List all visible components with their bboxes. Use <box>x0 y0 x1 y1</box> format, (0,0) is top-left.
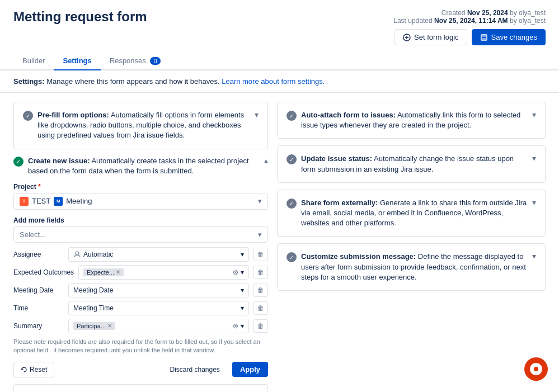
customize-message-card: ✓ Customize submission message: Define t… <box>277 243 546 291</box>
discard-changes-button[interactable]: Discard changes <box>163 362 226 377</box>
meeting-date-select[interactable]: Meeting Date <box>68 283 249 297</box>
project-select-chevron-icon <box>258 197 262 205</box>
expected-outcomes-row: Expected Outcomes Expecte... ✕ ⊗ <box>13 265 268 280</box>
reset-button[interactable]: Reset <box>13 362 54 377</box>
updated-label: Last updated <box>393 17 432 25</box>
summary-delete-button[interactable]: 🗑 <box>253 319 268 333</box>
set-form-logic-button[interactable]: Set form logic <box>394 29 467 45</box>
customize-message-chevron-icon[interactable] <box>532 252 536 261</box>
apply-button[interactable]: Apply <box>232 362 268 377</box>
created-date: Nov 25, 2024 <box>467 9 508 17</box>
assignee-row: Assignee Automatic 🗑 <box>13 247 268 262</box>
tab-builder[interactable]: Builder <box>13 52 54 70</box>
prefill-card-header: ✓ Pre-fill form options: Automatically f… <box>23 110 259 141</box>
prefill-chevron-icon[interactable] <box>255 110 259 119</box>
share-form-card: ✓ Share form externally: Generate a link… <box>277 190 546 237</box>
toolbar: Set form logic Save changes <box>0 25 559 45</box>
select-placeholder: Select... <box>20 230 46 239</box>
tabs-bar: Builder Settings Responses 0 <box>0 45 559 70</box>
expected-outcomes-tag-close[interactable]: ✕ <box>116 269 120 275</box>
tab-settings[interactable]: Settings <box>54 52 100 70</box>
update-status-card-header: ✓ Update issue status: Automatically cha… <box>286 154 536 174</box>
auto-attach-chevron-icon[interactable] <box>532 110 536 119</box>
update-issue-card: ✓ Update existing issue fields: Map form… <box>13 384 268 392</box>
left-panel: ✓ Pre-fill form options: Automatically f… <box>13 102 268 392</box>
card-footer: Reset Discard changes Apply <box>13 362 268 377</box>
project-field-section: Project * T TEST M Meeting <box>13 183 268 210</box>
update-status-card: ✓ Update issue status: Automatically cha… <box>277 145 546 182</box>
meeting-date-label: Meeting Date <box>13 286 64 294</box>
summary-select[interactable]: Participa... ✕ ⊗ <box>68 319 249 333</box>
time-row: Time Meeting Time 🗑 <box>13 301 268 315</box>
expected-outcomes-select[interactable]: Expecte... ✕ ⊗ <box>78 265 249 280</box>
time-value: Meeting Time <box>73 304 114 312</box>
summary-clear-icon[interactable]: ⊗ <box>233 322 238 330</box>
header-meta: Created Nov 25, 2024 by olya_test Last u… <box>393 9 546 25</box>
summary-row: Summary Participa... ✕ ⊗ <box>13 319 268 333</box>
reset-icon <box>21 366 27 373</box>
add-fields-section: Add more fields Select... <box>13 216 268 243</box>
add-fields-select[interactable]: Select... <box>13 226 268 243</box>
create-issue-card-title: Create new issue: Automatically create t… <box>28 156 260 176</box>
add-fields-label: Add more fields <box>13 216 268 224</box>
user-icon <box>73 251 81 258</box>
time-chevron-icon <box>241 304 244 312</box>
summary-tag-close[interactable]: ✕ <box>107 323 112 329</box>
meeting-date-delete-button[interactable]: 🗑 <box>253 284 268 297</box>
save-changes-button[interactable]: Save changes <box>472 29 546 45</box>
expected-outcomes-tag-value: Expecte... <box>87 269 114 276</box>
meeting-date-value: Meeting Date <box>73 286 113 294</box>
auto-attach-card: ✓ Auto-attach form to issues: Automatica… <box>277 102 546 139</box>
summary-label: Summary <box>13 322 64 330</box>
summary-tag: Participa... ✕ <box>73 322 115 330</box>
prefill-check-icon: ✓ <box>23 111 33 121</box>
prefill-card: ✓ Pre-fill form options: Automatically f… <box>13 102 268 149</box>
svg-rect-3 <box>482 38 486 40</box>
summary-tag-value: Participa... <box>77 323 106 329</box>
page-title: Metting request form <box>13 9 147 25</box>
project-right-label: Meeting <box>66 197 92 205</box>
create-issue-check-icon: ✓ <box>13 157 24 167</box>
update-status-chevron-icon[interactable] <box>532 154 536 163</box>
tab-responses[interactable]: Responses 0 <box>101 52 170 70</box>
create-issue-chevron-icon[interactable] <box>264 156 268 165</box>
project-label: Project * <box>13 183 268 191</box>
project-select[interactable]: T TEST M Meeting <box>13 193 268 210</box>
customize-message-card-header: ✓ Customize submission message: Define t… <box>286 252 536 282</box>
meeting-date-chevron-icon <box>241 286 244 294</box>
project-left-icon: T <box>20 197 29 206</box>
time-select[interactable]: Meeting Time <box>68 301 249 315</box>
add-fields-chevron-icon <box>258 230 262 239</box>
customize-message-card-title: Customize submission message: Define the… <box>301 252 528 282</box>
expected-outcomes-clear-icon[interactable]: ⊗ <box>233 268 238 276</box>
share-form-chevron-icon[interactable] <box>532 198 536 207</box>
learn-more-link[interactable]: Learn more about form settings. <box>222 77 325 86</box>
page-header: Metting request form Created Nov 25, 202… <box>0 0 559 25</box>
right-panel: ✓ Auto-attach form to issues: Automatica… <box>277 102 546 392</box>
settings-label: Settings: <box>13 77 45 86</box>
assignee-select[interactable]: Automatic <box>68 247 249 262</box>
info-bar: Settings: Manage where this form appears… <box>0 70 559 93</box>
auto-attach-card-header: ✓ Auto-attach form to issues: Automatica… <box>286 110 536 130</box>
share-form-check-icon: ✓ <box>286 199 297 209</box>
assignee-value: Automatic <box>83 251 113 258</box>
settings-description: Manage where this form appears and how i… <box>46 77 219 86</box>
save-icon <box>480 34 488 41</box>
updated-by: by olya_test <box>510 17 546 25</box>
share-form-card-title: Share form externally: Generate a link t… <box>301 198 528 229</box>
auto-attach-check-icon: ✓ <box>286 111 297 121</box>
created-by: by olya_test <box>510 9 546 17</box>
time-delete-button[interactable]: 🗑 <box>253 301 268 315</box>
expected-outcomes-delete-button[interactable]: 🗑 <box>253 266 268 279</box>
meeting-date-row: Meeting Date Meeting Date 🗑 <box>13 283 268 297</box>
svg-point-4 <box>76 252 79 255</box>
assignee-chevron-icon <box>241 251 244 258</box>
summary-chevron-icon <box>241 322 244 330</box>
assignee-delete-button[interactable]: 🗑 <box>253 248 268 261</box>
svg-rect-2 <box>482 35 486 37</box>
time-label: Time <box>13 304 64 312</box>
update-status-check-icon: ✓ <box>286 154 297 164</box>
expected-outcomes-tag: Expecte... ✕ <box>83 268 124 276</box>
responses-badge: 0 <box>150 57 160 65</box>
project-required-indicator: * <box>38 183 41 191</box>
